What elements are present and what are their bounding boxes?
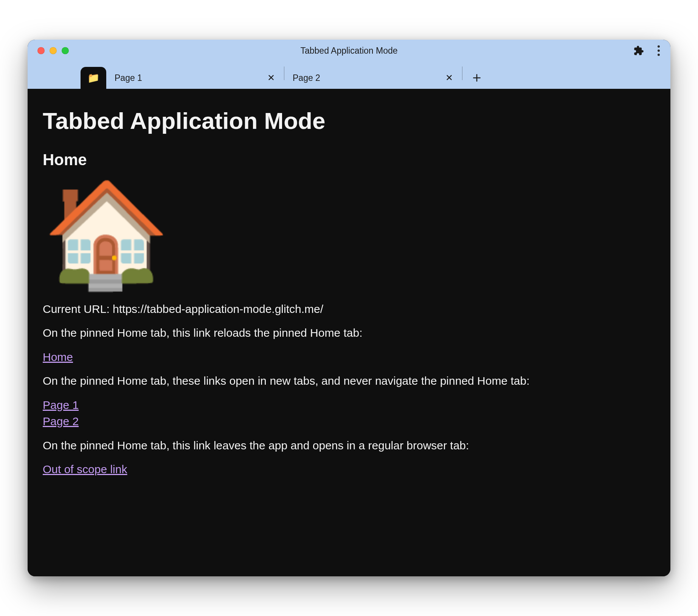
link-page-1[interactable]: Page 1 [43,397,655,413]
tab-page-2[interactable]: Page 2 ✕ [284,67,462,89]
page-content: Tabbed Application Mode Home 🏠 Current U… [28,89,670,576]
window-controls [37,47,69,54]
para-outofscope: On the pinned Home tab, this link leaves… [43,437,655,454]
pinned-home-tab[interactable]: 📁 [81,67,106,89]
link-page-2[interactable]: Page 2 [43,413,655,430]
app-window: Tabbed Application Mode 📁 Page 1 ✕ [28,40,670,576]
current-url-label: Current URL: [43,303,113,315]
close-tab-button[interactable]: ✕ [265,72,277,84]
tab-strip: 📁 Page 1 ✕ Page 2 ✕ [28,62,670,89]
page-subtitle: Home [43,149,655,172]
tab-label: Page 2 [293,73,320,83]
close-window-button[interactable] [37,47,45,54]
new-tab-button[interactable] [468,69,486,87]
house-icon: 🏠 [43,183,655,285]
current-url-value: https://tabbed-application-mode.glitch.m… [113,303,323,315]
close-tab-button[interactable]: ✕ [443,72,455,84]
minimize-window-button[interactable] [50,47,57,54]
link-home[interactable]: Home [43,351,73,363]
tab-separator [462,67,462,80]
app-menu-button[interactable] [655,44,662,57]
window-title: Tabbed Application Mode [28,46,670,56]
extensions-icon[interactable] [633,45,644,56]
folder-icon: 📁 [87,73,99,83]
current-url-line: Current URL: https://tabbed-application-… [43,301,655,317]
para-reload: On the pinned Home tab, this link reload… [43,325,655,341]
page-title: Tabbed Application Mode [43,104,655,138]
para-newtabs: On the pinned Home tab, these links open… [43,373,655,389]
link-out-of-scope[interactable]: Out of scope link [43,463,127,475]
tab-label: Page 1 [115,73,142,83]
zoom-window-button[interactable] [62,47,69,54]
tab-page-1[interactable]: Page 1 ✕ [106,67,284,89]
titlebar: Tabbed Application Mode 📁 Page 1 ✕ [28,40,670,89]
